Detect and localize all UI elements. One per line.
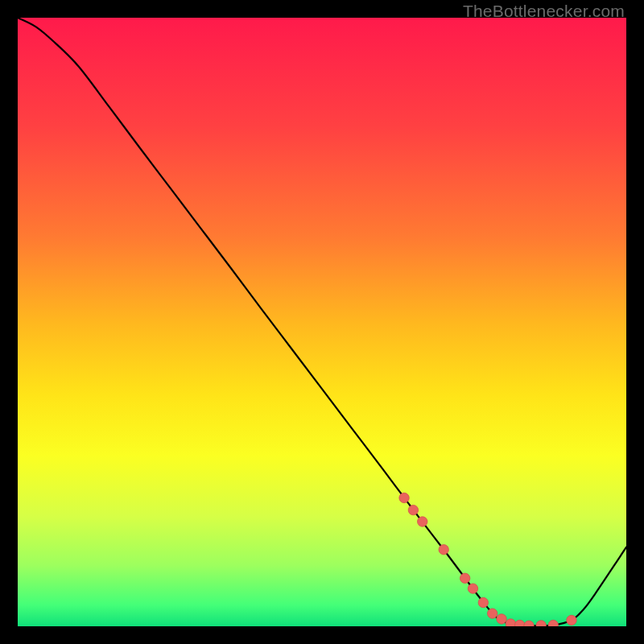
watermark-text: TheBottlenecker.com xyxy=(463,2,625,21)
marker-point xyxy=(418,517,427,526)
gradient-background xyxy=(18,18,626,626)
marker-point xyxy=(460,573,469,583)
marker-point xyxy=(439,545,448,555)
marker-point xyxy=(567,615,576,625)
marker-point xyxy=(408,505,418,514)
marker-point xyxy=(468,584,477,593)
marker-point xyxy=(399,493,409,502)
chart-stage: TheBottlenecker.com xyxy=(0,0,644,644)
marker-point xyxy=(478,597,488,607)
plot-area xyxy=(18,18,626,626)
chart-svg xyxy=(18,18,626,626)
marker-point xyxy=(487,609,497,618)
marker-point xyxy=(506,619,515,626)
marker-point xyxy=(497,614,506,624)
